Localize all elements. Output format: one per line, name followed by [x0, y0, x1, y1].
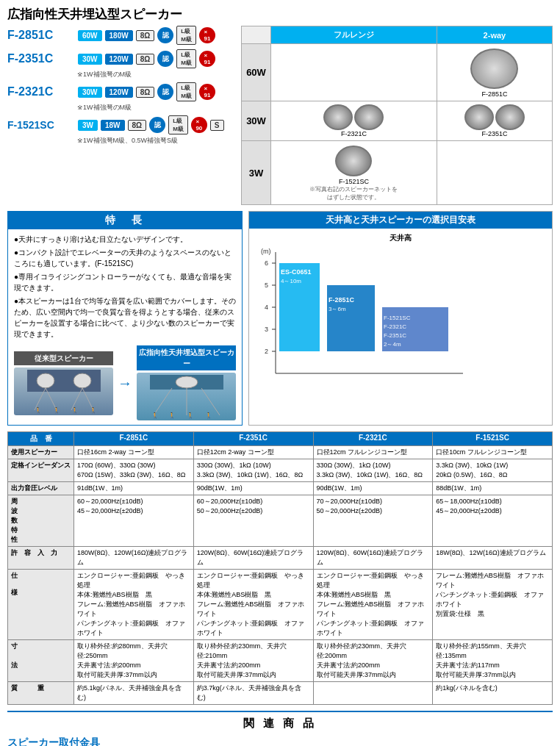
cell-freq-f2351: 60～20,000Hz(±10dB)50～20,000Hz(±20dB) [193, 495, 313, 547]
svg-rect-32 [279, 263, 320, 351]
cell-30w-full: F-2321C [271, 101, 437, 141]
conv-speaker-label: 従来型スピーカー [14, 351, 113, 365]
badge-30w-2321: 30W [78, 87, 102, 98]
model-list: F-2851C 60W 180W 8Ω 認 L級M級 ×91 F-2351C 3… [7, 26, 235, 205]
svg-text:🚶: 🚶 [35, 406, 42, 414]
cell-freq-f2321: 70～20,000Hz(±10dB)50～20,000Hz(±20dB) [313, 495, 433, 547]
arrow-icon: → [118, 372, 132, 394]
features-section: 特 長 ●天井にすっきり溶け込む目立たないデザインです。 ●コンパクト設計でエレ… [7, 211, 553, 426]
specs-section: 品 番 F-2851C F-2351C F-2321C F-1521SC 使用ス… [7, 431, 553, 705]
top-section: F-2851C 60W 180W 8Ω 認 L級M級 ×91 F-2351C 3… [7, 26, 553, 205]
model-row-f2351c: F-2351C 30W 120W 8Ω 認 L級M級 ×91 [7, 49, 235, 68]
svg-text:🚶: 🚶 [71, 406, 79, 414]
cell-dims-f2321: 取り枠外径:約230mm、天井穴径:200mm天井裏寸法:約200mm取付可能天… [313, 640, 433, 682]
label-f1521sc: F-1521SC [339, 178, 369, 185]
badge-x91-2321: ×91 [199, 84, 215, 100]
badge-ninka-2321: 認 [157, 84, 173, 100]
cell-spec-f2321: エンクロージャー:亜鉛鋼板 やっき処理本体:難燃性ABS樹脂 黒フレーム:難燃性… [313, 570, 433, 640]
th-2way: 2-way [437, 26, 552, 44]
label-f2851c: F-2851C [481, 90, 507, 98]
header-title: 広指向性天井埋込型スピーカー [7, 6, 553, 23]
cell-input-f2851: 180W(8Ω)、120W(16Ω)連続プログラム [74, 547, 194, 570]
features-box: 特 長 ●天井にすっきり溶け込む目立たないデザインです。 ●コンパクト設計でエレ… [7, 211, 243, 426]
cell-spk-f1521: 口径10cm フルレンジコーン型 [433, 446, 553, 459]
model-row-f2851c: F-2851C 60W 180W 8Ω 認 L級M級 ×91 [7, 26, 235, 45]
badge-x91-2351: ×91 [199, 51, 215, 67]
svg-line-15 [201, 388, 220, 415]
label-spl: 出力音圧レベル [8, 482, 74, 495]
badge-lm-2351: L級M級 [176, 49, 196, 68]
svg-text:🚶: 🚶 [90, 406, 97, 414]
accessories-title: スピーカー取付金具 [7, 736, 553, 746]
cell-imp-f2321: 330Ω (30W)、1kΩ (10W)3.3kΩ (3W)、10kΩ (1W)… [313, 459, 433, 482]
badge-lm-1521: L級M級 [168, 115, 188, 135]
badge-x90: ×90 [191, 117, 207, 133]
cell-imp-f2851: 170Ω (60W)、330Ω (30W)670Ω (15W)、33kΩ (3W… [74, 459, 194, 482]
cell-30w-2way: F-2351C [437, 101, 552, 141]
svg-text:4: 4 [265, 304, 268, 311]
svg-text:3: 3 [265, 326, 268, 333]
label-impedance: 定格インピーダンス [8, 459, 74, 482]
row-spl: 出力音圧レベル 91dB(1W、1m) 90dB(1W、1m) 90dB(1W、… [8, 482, 553, 495]
cell-freq-f1521: 65～18,000Hz(±10dB)45～20,000Hz(±20dB) [433, 495, 553, 547]
cell-spk-f2321: 口径12cm フルレンジコーン型 [313, 446, 433, 459]
conv-diagram-svg: 🚶 🚶 🚶 🚶 [27, 370, 101, 414]
ceiling-guide-title: 天井高と天井スピーカーの選択目安表 [249, 212, 552, 229]
badge-8ohm: 8Ω [136, 30, 155, 41]
badge-3w: 3W [78, 120, 98, 131]
th-f1521sc: F-1521SC [433, 432, 553, 446]
cell-spk-f2851: 口径16cm 2-way コーン型 [74, 446, 194, 459]
model-row-f1521sc: F-1521SC 3W 18W 8Ω 認 L級M級 ×90 S [7, 115, 235, 135]
label-weight: 質 重 [8, 682, 74, 705]
badge-ninka-1521: 認 [149, 117, 165, 133]
badge-8ohm-2321: 8Ω [136, 87, 155, 98]
note-speaker-net: ※写真右記のスピーカーネットをはずした状態です。 [309, 185, 398, 201]
note-f2321c: ※1W補強弩のM級 [77, 103, 235, 112]
new-diagram-svg: 🚶 🚶 🚶 🚶 [150, 375, 223, 419]
cell-spec-f2351: エンクロージャー:亜鉛鋼板 やっき処理本体:難燃性ABS樹脂 黒フレーム:難燃性… [193, 570, 313, 640]
svg-text:ES-C0651: ES-C0651 [281, 268, 312, 276]
feature-1: ●天井にすっきり溶け込む目立たないデザインです。 [14, 234, 236, 245]
badge-18w: 18W [101, 120, 125, 131]
badge-row-f2321c: 30W 120W 8Ω 認 L級M級 ×91 [78, 82, 215, 101]
badge-8ohm-1521: 8Ω [128, 120, 147, 131]
related-title: 関 連 商 品 [7, 717, 553, 731]
cell-60w-full [271, 44, 437, 101]
compare-table-section: フルレンジ 2-way 60W F-2851C [241, 26, 553, 205]
features-content: ●天井にすっきり溶け込む目立たないデザインです。 ●コンパクト設計でエレベーター… [8, 229, 242, 425]
badge-120w-2351: 120W [105, 54, 133, 65]
svg-point-12 [176, 376, 198, 388]
model-name-f1521sc: F-1521SC [7, 119, 73, 131]
cell-3w-full: F-1521SC ※写真右記のスピーカーネットをはずした状態です。 [271, 141, 437, 205]
row-weight: 質 重 約5.1kg(パネル、天井補強金具を含む) 約3.7kg(パネル、天井補… [8, 682, 553, 705]
badge-ninka-2351: 認 [157, 51, 173, 67]
model-name-f2351c: F-2351C [7, 52, 73, 65]
row-spec: 仕様 エンクロージャー:亜鉛鋼板 やっき処理本体:難燃性ABS樹脂 黒フレーム:… [8, 570, 553, 640]
svg-line-13 [154, 388, 172, 415]
new-speaker-label: 広指向性天井埋込型スピーカー [137, 345, 236, 370]
svg-point-1 [37, 373, 54, 388]
cell-freq-f2851: 60～20,000Hz(±10dB)45～20,000Hz(±20dB) [74, 495, 194, 547]
svg-text:F-2851C: F-2851C [329, 296, 355, 304]
cell-input-f2351: 120W(8Ω)、60W(16Ω)連続プログラム [193, 547, 313, 570]
cell-wt-f1521: 約1kg(パネルを含む) [433, 682, 553, 705]
row-dims: 寸 法 取り枠外径:約280mm、天井穴径:250mm天井裏寸法:約200mm取… [8, 640, 553, 682]
svg-text:2～4m: 2～4m [384, 341, 401, 348]
svg-text:F-2351C: F-2351C [384, 332, 406, 339]
watt-60w: 60W [242, 44, 271, 101]
features-title: 特 長 [8, 212, 242, 229]
note-f2351c: ※1W補強弩のM級 [77, 70, 235, 79]
svg-text:4～10m: 4～10m [281, 278, 301, 284]
cell-wt-f2851: 約5.1kg(パネル、天井補強金具を含む) [74, 682, 194, 705]
svg-point-2 [73, 373, 91, 388]
cell-60w-2way: F-2851C [437, 44, 552, 101]
badge-lm: L級M級 [176, 26, 196, 45]
th-f2321c: F-2321C [313, 432, 433, 446]
svg-text:🚶: 🚶 [53, 406, 60, 414]
svg-text:F-2321C: F-2321C [384, 323, 406, 330]
badge-ninka: 認 [157, 27, 173, 43]
cell-spl-f2351: 90dB(1W、1m) [193, 482, 313, 495]
cell-spec-f1521: フレーム:難燃性ABS樹脂 オファホワイトパンチングネット:亜鉛鋼板 オファホワ… [433, 570, 553, 640]
watt-30w: 30W [242, 101, 271, 141]
svg-text:2: 2 [265, 348, 268, 355]
